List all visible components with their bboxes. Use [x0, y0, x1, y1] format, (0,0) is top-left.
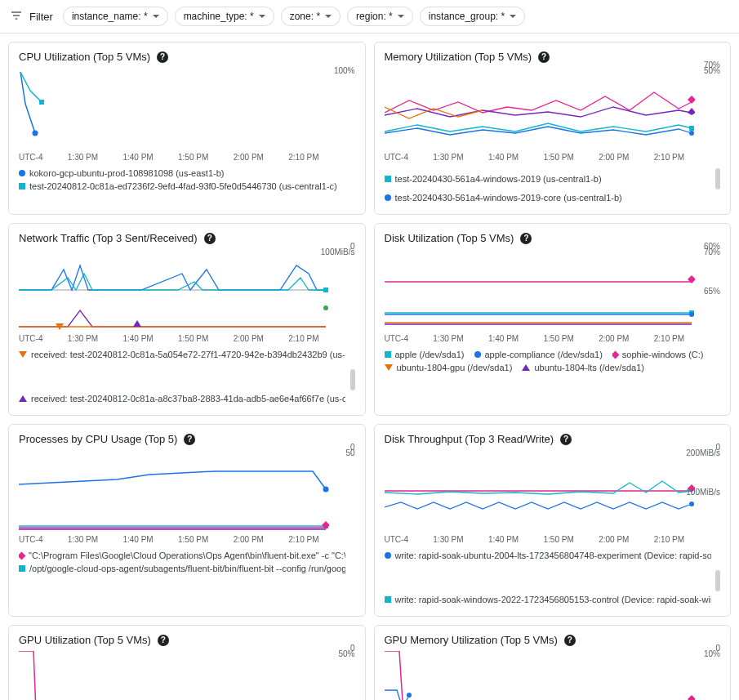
filter-bar: Filter instance_name: *machine_type: *zo…: [0, 0, 739, 33]
xaxis: UTC-41:30 PM1:40 PM1:50 PM2:00 PM2:10 PM: [385, 535, 721, 544]
legend-marker: [385, 351, 391, 358]
legend-item[interactable]: "C:\Program Files\Google\Cloud Operation…: [19, 551, 345, 560]
xaxis: UTC-41:30 PM1:40 PM1:50 PM2:00 PM2:10 PM: [19, 334, 355, 343]
xaxis: UTC-41:30 PM1:40 PM1:50 PM2:00 PM2:10 PM: [19, 153, 355, 162]
card-title: CPU Utilization (Top 5 VMs): [19, 51, 150, 63]
card-title: Disk Throughput (Top 3 Read/Write): [385, 433, 554, 445]
chevron-down-icon: [259, 15, 265, 18]
chevron-down-icon: [398, 15, 404, 18]
card-network-traffic: Network Traffic (Top 3 Sent/Received) ? …: [8, 223, 366, 416]
filter-chip-instance_name[interactable]: instance_name: *: [63, 7, 168, 26]
chart-memory[interactable]: 50%70%: [385, 68, 721, 149]
svg-point-21: [689, 502, 694, 506]
legend-marker: [385, 596, 391, 603]
help-icon[interactable]: ?: [204, 233, 216, 244]
card-title: GPU Utilization (Top 5 VMs): [19, 634, 151, 646]
chevron-down-icon: [510, 15, 516, 18]
legend: "C:\Program Files\Google\Cloud Operation…: [19, 551, 355, 573]
legend-marker: [385, 194, 391, 201]
card-disk-throughput: Disk Throughput (Top 3 Read/Write) ? 200…: [374, 424, 732, 617]
scrollbar[interactable]: [715, 168, 720, 189]
filter-chip-machine_type[interactable]: machine_type: *: [175, 7, 274, 26]
legend-item[interactable]: ubuntu-1804-gpu (/dev/sda1): [385, 363, 513, 372]
svg-point-2: [689, 131, 694, 136]
legend-item[interactable]: write: rapid-soak-windows-2022-172345680…: [385, 595, 711, 604]
legend: kokoro-gcp-ubuntu-prod-108981098 (us-eas…: [19, 168, 355, 191]
svg-rect-7: [323, 288, 328, 292]
help-icon[interactable]: ?: [158, 635, 169, 646]
card-title: Disk Utilization (Top 5 VMs): [385, 232, 514, 244]
legend-marker: [385, 364, 393, 371]
filter-chip-zone[interactable]: zone: *: [281, 7, 341, 26]
card-memory-utilization: Memory Utilization (Top 5 VMs) ? 50%70% …: [374, 42, 732, 215]
legend-marker: [385, 176, 391, 182]
svg-point-6: [323, 305, 328, 310]
help-icon[interactable]: ?: [560, 434, 572, 445]
legend-item[interactable]: received: test-20240812-0c81a-5a054e72-2…: [19, 350, 345, 359]
filter-chip-instance_group[interactable]: instance_group: *: [420, 7, 525, 26]
svg-point-0: [33, 131, 38, 136]
card-title: Memory Utilization (Top 5 VMs): [385, 51, 532, 63]
legend-item[interactable]: kokoro-gcp-ubuntu-prod-108981098 (us-eas…: [19, 168, 224, 178]
legend: apple (/dev/sda1)apple-compliance (/dev/…: [385, 350, 721, 372]
scrollbar[interactable]: [350, 369, 355, 390]
svg-point-14: [689, 312, 694, 317]
legend-item[interactable]: sophie-windows (C:): [612, 350, 704, 359]
help-icon[interactable]: ?: [184, 434, 195, 445]
legend-marker: [19, 183, 25, 189]
chart-gpu[interactable]: 50%0: [19, 651, 355, 700]
card-gpu-memory-utilization: GPU Memory Utilization (Top 5 VMs) ? 10%…: [374, 625, 732, 700]
svg-point-18: [323, 487, 329, 493]
legend-item[interactable]: ubuntu-1804-lts (/dev/sda1): [522, 363, 644, 372]
legend-marker: [474, 351, 481, 358]
chart-network[interactable]: 100MiB/s0: [19, 249, 355, 331]
filter-icon[interactable]: [10, 9, 23, 25]
card-disk-utilization: Disk Utilization (Top 5 VMs) ? 70% 65% 6…: [374, 223, 732, 416]
chart-disk-util[interactable]: 70% 65% 60%: [385, 249, 721, 331]
help-icon[interactable]: ?: [564, 635, 576, 646]
legend-marker: [612, 350, 619, 359]
dashboard-grid: CPU Utilization (Top 5 VMs) ? 100% UTC-4…: [0, 33, 739, 700]
legend-item[interactable]: test-20240430-561a4-windows-2019-core (u…: [385, 193, 622, 203]
legend-item[interactable]: test-20240430-561a4-windows-2019 (us-cen…: [385, 174, 602, 184]
chart-cpu[interactable]: 100%: [19, 68, 355, 149]
filter-label: Filter: [29, 11, 53, 23]
legend-marker: [522, 364, 530, 371]
legend-marker: [19, 565, 25, 572]
legend: received: test-20240812-0c81a-5a054e72-2…: [19, 350, 355, 404]
legend-item[interactable]: apple (/dev/sda1): [385, 350, 465, 359]
help-icon[interactable]: ?: [520, 233, 532, 244]
chart-disk-throughput[interactable]: 200MiB/s 100MiB/s 0: [385, 450, 721, 532]
xaxis: UTC-41:30 PM1:40 PM1:50 PM2:00 PM2:10 PM: [19, 535, 355, 544]
xaxis: UTC-41:30 PM1:40 PM1:50 PM2:00 PM2:10 PM: [385, 334, 721, 343]
legend-item[interactable]: apple-compliance (/dev/sda1): [474, 350, 603, 359]
legend-marker: [19, 395, 27, 402]
scrollbar[interactable]: [715, 570, 720, 591]
help-icon[interactable]: ?: [157, 51, 168, 63]
svg-rect-1: [39, 100, 44, 105]
chart-gpu-memory[interactable]: 10%0: [385, 651, 721, 700]
svg-rect-3: [689, 126, 694, 131]
legend: write: rapid-soak-ubuntu-2004-lts-172345…: [385, 551, 721, 604]
legend-item[interactable]: test-20240812-0c81a-ed7236f2-9efd-4fad-9…: [19, 181, 337, 191]
chevron-down-icon: [325, 15, 332, 18]
card-gpu-utilization: GPU Utilization (Top 5 VMs) ? 50%0 UTC-4…: [8, 625, 366, 700]
legend-marker: [19, 170, 25, 176]
chart-processes[interactable]: 500: [19, 450, 355, 532]
legend: test-20240430-561a4-windows-2019 (us-cen…: [385, 168, 721, 203]
legend-item[interactable]: write: rapid-soak-ubuntu-2004-lts-172345…: [385, 551, 711, 560]
help-icon[interactable]: ?: [538, 51, 550, 63]
legend-item[interactable]: received: test-20240812-0c81a-a8c37ba8-2…: [19, 394, 345, 404]
legend-marker: [19, 551, 25, 560]
card-cpu-utilization: CPU Utilization (Top 5 VMs) ? 100% UTC-4…: [8, 42, 366, 215]
legend-marker: [385, 552, 391, 559]
legend-marker: [19, 351, 27, 358]
card-title: Processes by CPU Usage (Top 5): [19, 433, 177, 445]
filter-chip-region[interactable]: region: *: [347, 7, 413, 26]
xaxis: UTC-41:30 PM1:40 PM1:50 PM2:00 PM2:10 PM: [385, 153, 721, 162]
legend-item[interactable]: /opt/google-cloud-ops-agent/subagents/fl…: [19, 564, 345, 573]
chevron-down-icon: [153, 15, 159, 18]
card-title: Network Traffic (Top 3 Sent/Received): [19, 232, 198, 244]
card-processes-cpu: Processes by CPU Usage (Top 5) ? 500 UTC…: [8, 424, 366, 617]
card-title: GPU Memory Utilization (Top 5 VMs): [385, 634, 558, 646]
